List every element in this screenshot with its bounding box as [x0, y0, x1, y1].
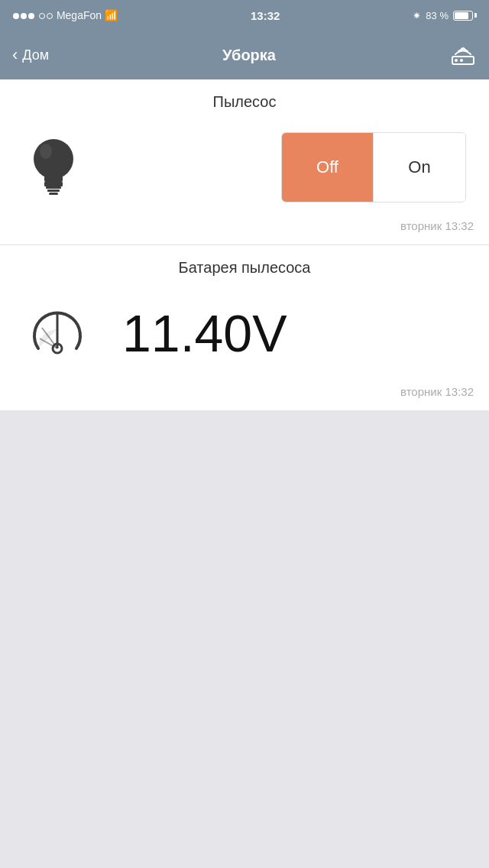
status-right: ✷ 83 % [413, 10, 477, 21]
off-button[interactable]: Off [282, 133, 374, 202]
back-chevron-icon: ‹ [12, 45, 18, 65]
on-button[interactable]: On [374, 133, 465, 202]
svg-rect-5 [44, 176, 63, 182]
toggle-group: Off On [281, 132, 466, 202]
back-button[interactable]: ‹ Дом [12, 45, 49, 65]
svg-point-2 [460, 59, 463, 62]
carrier-label: MegaFon [57, 9, 102, 21]
voltage-value: 11.40V [122, 303, 287, 363]
router-icon[interactable] [449, 40, 477, 71]
status-bar: MegaFon 📶 13:32 ✷ 83 % [0, 0, 489, 31]
status-time: 13:32 [251, 9, 280, 22]
section-battery: Батарея пылесоса 11.40V вторник 13:32 [0, 245, 489, 410]
svg-rect-7 [46, 186, 61, 189]
section-battery-title: Батарея пылесоса [0, 245, 489, 287]
nav-right [449, 40, 477, 71]
battery-percent: 83 % [426, 10, 449, 21]
nav-bar: ‹ Дом Уборка [0, 31, 489, 79]
bluetooth-icon: ✷ [413, 10, 421, 21]
section-vacuum-timestamp: вторник 13:32 [0, 213, 489, 245]
page-title: Уборка [222, 47, 276, 64]
section-battery-body: 11.40V [0, 287, 489, 379]
router-waves-icon [449, 40, 477, 71]
section-vacuum-body: Off On [0, 121, 489, 213]
battery-icon [453, 11, 477, 21]
svg-point-3 [34, 139, 73, 179]
status-left: MegaFon 📶 [12, 9, 118, 21]
section-vacuum: Пылесос Off On вторник 13:32 [0, 79, 489, 245]
section-vacuum-title: Пылесос [0, 79, 489, 121]
svg-rect-6 [44, 182, 63, 186]
svg-rect-9 [49, 193, 58, 195]
signal-dots [12, 9, 53, 21]
svg-rect-8 [47, 189, 60, 192]
battery-gauge-icon [23, 299, 107, 368]
svg-point-4 [40, 144, 52, 159]
back-label: Дом [22, 47, 49, 63]
svg-point-1 [455, 59, 458, 62]
bottom-area [0, 410, 489, 754]
wifi-icon: 📶 [105, 9, 118, 21]
section-battery-timestamp: вторник 13:32 [0, 379, 489, 410]
lightbulb-icon [23, 133, 107, 202]
